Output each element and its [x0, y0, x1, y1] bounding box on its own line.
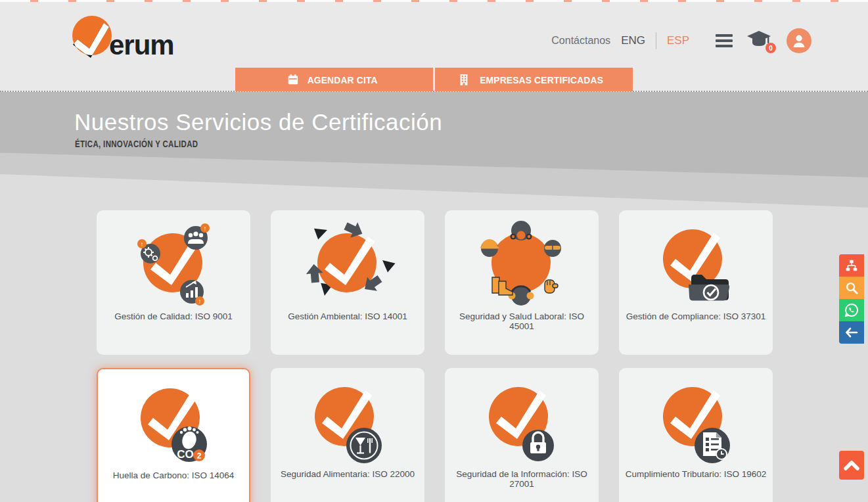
search-icon	[844, 281, 859, 295]
svg-text:CO: CO	[177, 448, 194, 461]
language-eng-link[interactable]: ENG	[621, 34, 645, 47]
chevron-up-icon	[843, 459, 860, 471]
service-card-infosec[interactable]: Seguridad de la Información: ISO 27001	[445, 368, 599, 502]
service-card-food[interactable]: Seguridad Alimentaria: ISO 22000	[271, 368, 424, 502]
tax-compliance-icon	[653, 377, 739, 463]
building-icon	[459, 74, 469, 85]
header-nav: Contáctanos ENG ESP 0	[551, 29, 811, 53]
service-card-compliance[interactable]: Gestión de Compliance: ISO 37301	[619, 210, 773, 355]
occupational-safety-icon	[479, 219, 564, 305]
service-card-label: Seguridad y Salud Laboral: ISO 45001	[445, 311, 599, 331]
agendar-cita-label: AGENDAR CITA	[308, 74, 378, 85]
food-safety-icon	[305, 377, 390, 463]
action-buttons: AGENDAR CITA EMPRESAS CERTIFICADAS	[235, 68, 633, 91]
language-divider	[656, 32, 656, 49]
quality-management-icon: ↑ ↑ ↑	[131, 219, 216, 305]
service-card-label: Huella de Carbono: ISO 14064	[108, 470, 240, 480]
page: erum Contáctanos ENG ESP 0	[0, 0, 868, 502]
sitemap-icon	[844, 258, 859, 273]
service-card-safety[interactable]: Seguridad y Salud Laboral: ISO 45001	[445, 210, 599, 355]
floating-toolbar	[839, 254, 864, 344]
language-esp-link[interactable]: ESP	[667, 34, 689, 47]
contact-link[interactable]: Contáctanos	[551, 35, 610, 47]
arrow-left-icon	[844, 325, 859, 340]
user-avatar-button[interactable]	[787, 28, 811, 53]
svg-text:↑: ↑	[141, 240, 144, 248]
agendar-cita-button[interactable]: AGENDAR CITA	[235, 68, 433, 91]
service-card-label: Gestión de Calidad: ISO 9001	[109, 311, 237, 321]
service-card-environmental[interactable]: Gestión Ambiental: ISO 14001	[271, 210, 424, 355]
logo-check-icon	[70, 14, 114, 60]
page-subtitle: ÉTICA, INNOVACIÓN Y CALIDAD	[75, 139, 198, 149]
service-card-label: Gestión Ambiental: ISO 14001	[283, 311, 413, 321]
page-title: Nuestros Servicios de Certificación	[74, 109, 442, 135]
whatsapp-button[interactable]	[839, 299, 864, 321]
empresas-certificadas-label: EMPRESAS CERTIFICADAS	[480, 74, 604, 85]
empresas-certificadas-button[interactable]: EMPRESAS CERTIFICADAS	[435, 68, 633, 91]
scroll-to-top-button[interactable]	[839, 451, 864, 480]
logo[interactable]: erum	[70, 14, 174, 60]
service-card-label: Seguridad Alimentaria: ISO 22000	[275, 469, 420, 479]
compliance-folder-icon	[653, 219, 739, 305]
svg-text:2: 2	[197, 451, 202, 461]
sitemap-button[interactable]	[839, 254, 864, 277]
service-card-quality[interactable]: ↑ ↑ ↑ Gestión de Calidad: ISO	[97, 210, 250, 355]
back-button[interactable]	[839, 321, 864, 344]
courses-button[interactable]: 0	[746, 30, 772, 52]
carbon-footprint-icon: CO 2	[131, 378, 216, 464]
services-grid: ↑ ↑ ↑ Gestión de Calidad: ISO	[97, 210, 773, 502]
calendar-icon	[287, 74, 299, 85]
courses-count-badge: 0	[765, 43, 776, 53]
service-card-label: Seguridad de la Información: ISO 27001	[445, 469, 599, 489]
whatsapp-icon	[844, 302, 859, 318]
service-card-label: Gestión de Compliance: ISO 37301	[621, 311, 771, 321]
svg-text:↑: ↑	[198, 298, 202, 305]
information-security-icon	[479, 377, 564, 463]
search-button[interactable]	[839, 277, 864, 299]
top-edge-strip	[0, 0, 868, 2]
service-card-carbon[interactable]: CO 2 Huella de Carbono: ISO 14064	[97, 368, 250, 502]
svg-text:↑: ↑	[204, 225, 207, 232]
environmental-recycle-icon	[305, 219, 390, 305]
service-card-label: Cumplimiento Tributario: ISO 19602	[620, 469, 772, 479]
menu-icon[interactable]	[716, 34, 733, 47]
logo-text: erum	[109, 32, 174, 59]
service-card-tax[interactable]: Cumplimiento Tributario: ISO 19602	[619, 368, 773, 502]
person-icon	[791, 33, 807, 49]
